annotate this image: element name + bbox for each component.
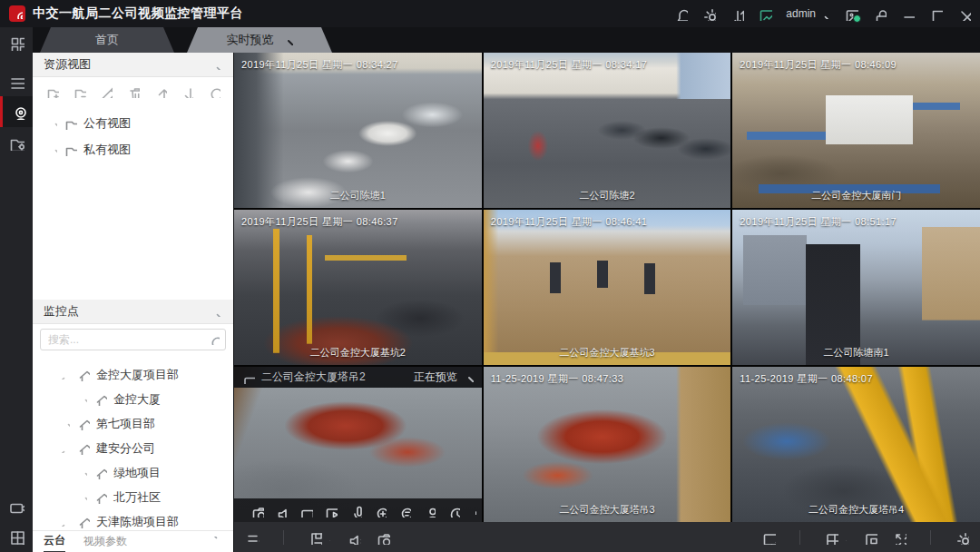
- camera-label: 二公司陈塘1: [234, 189, 482, 202]
- left-panel: 资源视图 公有视图 私有视图 监控点: [33, 53, 234, 552]
- close-button[interactable]: [956, 6, 971, 21]
- camera-tile-9[interactable]: 11-25-2019 星期一 08:48:07 二公司金控大厦塔吊4: [732, 367, 980, 522]
- preview-camera-icon[interactable]: [0, 96, 33, 127]
- tv-wall-icon[interactable]: [0, 490, 33, 521]
- site-icon: [93, 466, 107, 479]
- camera-tile-4[interactable]: 2019年11月25日 星期一 08:46:37 二公司金控大厦基坑2: [234, 210, 482, 365]
- collapse-panel-icon[interactable]: [245, 530, 260, 545]
- snapshot-all-icon[interactable]: [376, 530, 390, 545]
- close-stream-icon[interactable]: [464, 372, 474, 382]
- layout-add-icon[interactable]: [0, 521, 33, 552]
- camera-timestamp: 2019年11月25日 星期一 08:46:41: [491, 215, 648, 229]
- tab-live-preview[interactable]: 实时预览: [187, 27, 332, 53]
- tab-close-icon[interactable]: [283, 35, 293, 45]
- site-icon: [93, 490, 107, 504]
- camera-icon: [242, 371, 255, 384]
- search-icon[interactable]: [208, 333, 220, 345]
- resource-folder-icon[interactable]: [0, 127, 33, 158]
- close-all-icon[interactable]: [761, 530, 776, 545]
- camera-tile-2[interactable]: 2019年11月25日 星期一 08:34:17 二公司陈塘2: [484, 53, 731, 208]
- snapshot-icon[interactable]: [245, 504, 270, 518]
- user-menu[interactable]: admin: [786, 7, 830, 20]
- chevron-right-icon: [47, 118, 57, 128]
- camera-tile-1[interactable]: 2019年11月25日 星期一 08:34:27 二公司陈塘1: [234, 53, 482, 208]
- folder-add-icon[interactable]: [45, 84, 59, 98]
- audio-mute-icon[interactable]: [347, 530, 361, 545]
- fullscreen-icon[interactable]: [892, 530, 906, 545]
- resource-view-header[interactable]: 资源视图: [33, 53, 233, 77]
- lock-icon[interactable]: [872, 6, 887, 21]
- single-screen-icon[interactable]: [863, 530, 877, 545]
- tab-home[interactable]: 首页: [40, 27, 174, 53]
- ptz-icon[interactable]: [441, 504, 466, 518]
- camera-label: 二公司金控大厦塔吊3: [484, 503, 731, 517]
- monitor-points-header[interactable]: 监控点: [33, 300, 233, 324]
- move-up-icon[interactable]: [153, 84, 167, 98]
- camera-tile-7-selected[interactable]: 二公司金控大厦塔吊2 正在预览: [234, 367, 482, 522]
- folder-remove-icon[interactable]: [73, 84, 86, 98]
- camera-label: 二公司陈塘南1: [732, 346, 980, 360]
- camera-timestamp: 2019年11月25日 星期一 08:51:17: [740, 215, 897, 229]
- chevron-down-icon: [211, 306, 222, 317]
- camera-timestamp: 2019年11月25日 星期一 08:34:17: [491, 58, 648, 72]
- camera-label: 二公司金控大厦基坑3: [484, 346, 731, 360]
- resource-toolbar: [33, 77, 233, 104]
- tree-item[interactable]: 金控大厦项目部: [33, 362, 233, 387]
- sort-arrows-icon[interactable]: [730, 6, 744, 21]
- site-icon: [76, 417, 90, 430]
- camera-timestamp: 2019年11月25日 星期一 08:46:09: [740, 58, 897, 72]
- camera-tile-3[interactable]: 2019年11月25日 星期一 08:46:09 二公司金控大厦南门: [732, 53, 980, 208]
- tree-item[interactable]: 绿地项目: [33, 460, 233, 485]
- camera-tile-6[interactable]: 2019年11月25日 星期一 08:51:17 二公司陈塘南1: [732, 210, 980, 365]
- settings-icon[interactable]: [955, 530, 969, 545]
- tree-item[interactable]: 北万社区: [33, 485, 233, 509]
- tree-item[interactable]: 金控大厦: [33, 387, 233, 411]
- tree-item-public-views[interactable]: 公有视图: [33, 110, 233, 136]
- video-grid: 2019年11月25日 星期一 08:34:27 二公司陈塘1 2019年11月…: [234, 53, 980, 522]
- divider: [283, 530, 284, 545]
- save-view-icon[interactable]: [308, 530, 332, 545]
- tree-item[interactable]: 天津陈塘项目部: [33, 509, 233, 530]
- preset-icon[interactable]: [416, 504, 441, 518]
- camera-timestamp: 2019年11月25日 星期一 08:46:37: [241, 215, 398, 229]
- site-icon: [76, 515, 90, 528]
- video-matrix-icon[interactable]: [758, 6, 772, 21]
- screen-layout-icon[interactable]: [824, 530, 848, 545]
- chevron-up-icon[interactable]: [212, 537, 222, 547]
- chevron-expanded-icon: [60, 370, 70, 380]
- more-icon[interactable]: [466, 506, 478, 515]
- menu-icon[interactable]: [0, 65, 33, 96]
- title-bar: 中交一航局二公司视频监控管理平台 admin: [0, 0, 980, 27]
- image-status-icon[interactable]: [844, 6, 858, 21]
- minimize-button[interactable]: [900, 6, 915, 21]
- chevron-down-icon: [819, 8, 830, 19]
- tree-item-private-views[interactable]: 私有视图: [33, 136, 233, 163]
- talk-icon[interactable]: [343, 504, 368, 518]
- tab-video-params[interactable]: 视频参数: [83, 531, 127, 552]
- apps-grid-icon[interactable]: [0, 27, 33, 58]
- tree-item[interactable]: 建安分公司: [33, 436, 233, 460]
- record-icon[interactable]: [294, 504, 318, 518]
- settings-icon[interactable]: [701, 6, 716, 21]
- site-icon: [76, 441, 90, 455]
- mute-icon[interactable]: [270, 504, 294, 518]
- camera-tile-5[interactable]: 2019年11月25日 星期一 08:46:41 二公司金控大厦基坑3: [484, 210, 731, 365]
- panel-bottom-tabs: 云台 视频参数: [33, 530, 233, 552]
- tree-item[interactable]: 第七项目部: [33, 411, 233, 436]
- delete-icon[interactable]: [126, 84, 140, 98]
- search-row: [33, 324, 233, 355]
- zoom-3d-icon[interactable]: [392, 504, 416, 518]
- zoom-in-icon[interactable]: [368, 504, 392, 518]
- maximize-button[interactable]: [928, 6, 943, 21]
- search-icon[interactable]: [207, 84, 220, 98]
- camera-label: 二公司金控大厦基坑2: [234, 346, 482, 360]
- folder-icon: [64, 143, 77, 156]
- playback-icon[interactable]: [318, 504, 343, 518]
- search-input[interactable]: [40, 329, 226, 350]
- chevron-expanded-icon: [60, 517, 70, 527]
- camera-tile-8[interactable]: 11-25-2019 星期一 08:47:33 二公司金控大厦塔吊3: [484, 367, 731, 522]
- edit-icon[interactable]: [99, 84, 113, 98]
- tab-ptz[interactable]: 云台: [44, 530, 65, 552]
- move-down-icon[interactable]: [180, 84, 193, 98]
- bell-icon[interactable]: [673, 6, 688, 21]
